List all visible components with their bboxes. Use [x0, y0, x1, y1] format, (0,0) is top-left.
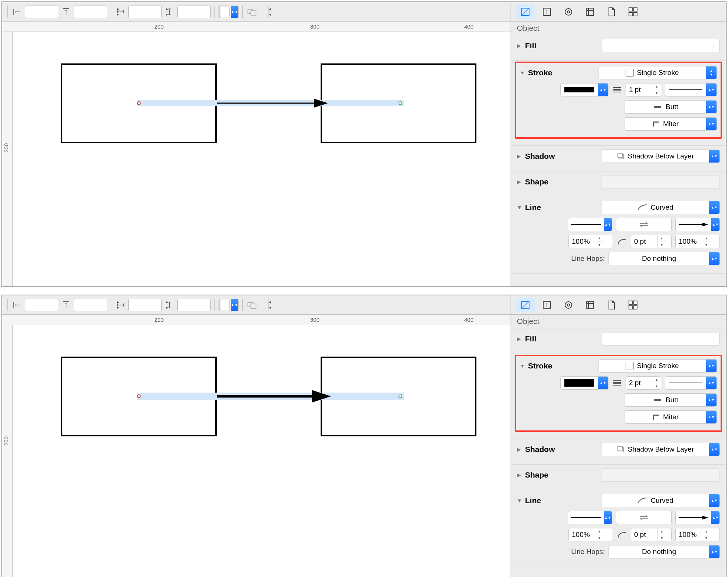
disclosure-fill[interactable]: ▶	[517, 43, 523, 49]
stroke-color-dropdown[interactable]: ▲▼	[560, 376, 609, 390]
height-field[interactable]: ▲▼	[177, 6, 211, 18]
stroke-position-icon[interactable]	[612, 378, 622, 388]
width-field[interactable]: ▲▼	[128, 6, 162, 18]
line-head-scale-field[interactable]: ▲▼	[675, 528, 720, 541]
width-icon[interactable]	[115, 299, 126, 311]
fill-type-dropdown[interactable]: ⋮	[601, 39, 720, 52]
stroke-dash-dropdown[interactable]: ▲▼	[665, 376, 717, 390]
line-reverse-button[interactable]	[616, 511, 672, 524]
y-field[interactable]: ▲▼	[74, 6, 107, 18]
stroke-checkbox[interactable]	[626, 362, 634, 370]
stroke-weight-field[interactable]: ▲▼	[626, 83, 661, 96]
height-icon[interactable]	[164, 299, 175, 311]
line-type-dropdown[interactable]: Curved▲▼	[601, 494, 720, 507]
disclosure-fill[interactable]: ▶	[517, 336, 523, 342]
stroke-type-dropdown[interactable]: Single Stroke ▲▼	[598, 66, 717, 79]
line-start-handle[interactable]	[137, 394, 141, 398]
line-start-handle[interactable]	[137, 101, 141, 105]
tab-properties[interactable]	[559, 4, 578, 19]
line-head-scale-field[interactable]: ▲▼	[675, 235, 720, 248]
line-head-dropdown[interactable]: ▲▼	[675, 218, 720, 231]
disclosure-stroke[interactable]: ▼	[520, 70, 526, 76]
width-icon[interactable]	[115, 6, 126, 17]
align-left-icon[interactable]	[12, 6, 23, 17]
tab-object[interactable]	[516, 298, 535, 312]
line-end-handle[interactable]	[399, 101, 402, 105]
top-toolbar: ▲▼ ▲▼ ▲▼ ▲▼ ▲▼	[2, 295, 511, 315]
line-hops-dropdown[interactable]: Do nothing▲▼	[609, 252, 720, 265]
fill-color-button[interactable]: ▲▼	[219, 299, 239, 311]
shape-dropdown[interactable]	[601, 468, 720, 482]
line-tail-scale-field[interactable]: ▲▼	[568, 235, 613, 248]
tab-object[interactable]	[516, 4, 535, 19]
disclosure-shadow[interactable]: ▶	[517, 153, 523, 159]
tab-canvas[interactable]	[581, 298, 599, 312]
svg-rect-1	[251, 11, 256, 15]
tab-document[interactable]	[602, 298, 621, 312]
line-reverse-button[interactable]	[616, 218, 672, 231]
x-field[interactable]: ▲▼	[25, 299, 58, 311]
align-top-icon[interactable]	[60, 6, 72, 17]
svg-marker-51	[702, 516, 708, 519]
height-icon[interactable]	[164, 6, 175, 17]
disclosure-line[interactable]: ▼	[517, 204, 523, 210]
svg-rect-48	[618, 446, 622, 451]
svg-rect-9	[586, 8, 594, 16]
stroke-cap-dropdown[interactable]: Butt▲▼	[624, 393, 717, 407]
group-icon[interactable]	[246, 6, 258, 17]
tab-canvas[interactable]	[581, 4, 599, 19]
disclosure-shadow[interactable]: ▶	[517, 446, 523, 452]
shape-dropdown[interactable]	[601, 175, 720, 188]
stroke-type-dropdown[interactable]: Single Stroke▲▼	[598, 359, 717, 373]
stroke-position-icon[interactable]	[612, 85, 622, 95]
canvas[interactable]	[13, 325, 511, 577]
tab-text[interactable]: T	[538, 298, 556, 312]
height-field[interactable]: ▲▼	[177, 299, 211, 311]
stroke-join-dropdown[interactable]: Miter▲▼	[624, 117, 717, 131]
corner-radius-field[interactable]: ▲▼	[631, 528, 672, 541]
align-left-icon[interactable]	[12, 299, 23, 311]
tab-text[interactable]: T	[538, 4, 556, 19]
line-type-dropdown[interactable]: Curved▲▼	[601, 201, 720, 214]
tab-properties[interactable]	[559, 298, 578, 312]
line-tail-dropdown[interactable]: ▲▼	[568, 511, 612, 524]
shadow-mode-dropdown[interactable]: Shadow Below Layer▲▼	[601, 443, 720, 456]
connector-arrow[interactable]	[217, 389, 332, 404]
corner-radius-field[interactable]: ▲▼	[631, 235, 672, 248]
y-field[interactable]: ▲▼	[74, 299, 107, 311]
group-icon[interactable]	[246, 299, 258, 311]
line-end-handle[interactable]	[399, 394, 402, 398]
stroke-weight-field[interactable]: ▲▼	[626, 376, 661, 390]
x-field[interactable]: ▲▼	[25, 6, 58, 18]
stroke-cap-dropdown[interactable]: Butt▲▼	[624, 100, 717, 114]
stroke-color-dropdown[interactable]: ▲▼	[560, 83, 609, 96]
tab-stencils[interactable]	[624, 4, 642, 19]
svg-text:T: T	[545, 302, 549, 308]
disclosure-line[interactable]: ▼	[517, 498, 523, 504]
tab-stencils[interactable]	[624, 298, 642, 312]
disclosure-shape[interactable]: ▶	[517, 179, 523, 185]
vertical-ruler: 200	[2, 325, 13, 577]
stroke-join-dropdown[interactable]: Miter▲▼	[624, 410, 717, 424]
section-shadow: ▶Shadow Shadow Below Layer▲▼	[511, 439, 726, 465]
svg-point-8	[567, 11, 570, 13]
fill-type-dropdown[interactable]: ⋮	[601, 332, 720, 345]
canvas[interactable]	[13, 32, 511, 286]
width-field[interactable]: ▲▼	[128, 299, 162, 311]
fill-color-button[interactable]: ▲▼	[219, 6, 239, 18]
disclosure-stroke[interactable]: ▼	[520, 363, 526, 369]
line-head-dropdown[interactable]: ▲▼	[675, 511, 720, 524]
connector-arrow[interactable]	[217, 98, 328, 109]
stroke-checkbox[interactable]	[626, 69, 634, 77]
tab-document[interactable]	[602, 4, 621, 19]
inspector-tabs: T	[511, 2, 726, 22]
line-tail-dropdown[interactable]: ▲▼	[568, 218, 612, 231]
align-top-icon[interactable]	[60, 299, 72, 311]
section-line: ▼Line Curved▲▼ ▲▼ ▲▼ ▲▼ ▲▼ ▲▼ Line Hops:…	[511, 490, 726, 567]
shadow-mode-dropdown[interactable]: Shadow Below Layer▲▼	[601, 150, 720, 163]
line-tail-scale-field[interactable]: ▲▼	[568, 528, 613, 541]
stroke-dash-dropdown[interactable]: ▲▼	[665, 83, 717, 96]
svg-rect-40	[629, 306, 632, 309]
line-hops-dropdown[interactable]: Do nothing▲▼	[609, 545, 720, 558]
disclosure-shape[interactable]: ▶	[517, 472, 523, 478]
